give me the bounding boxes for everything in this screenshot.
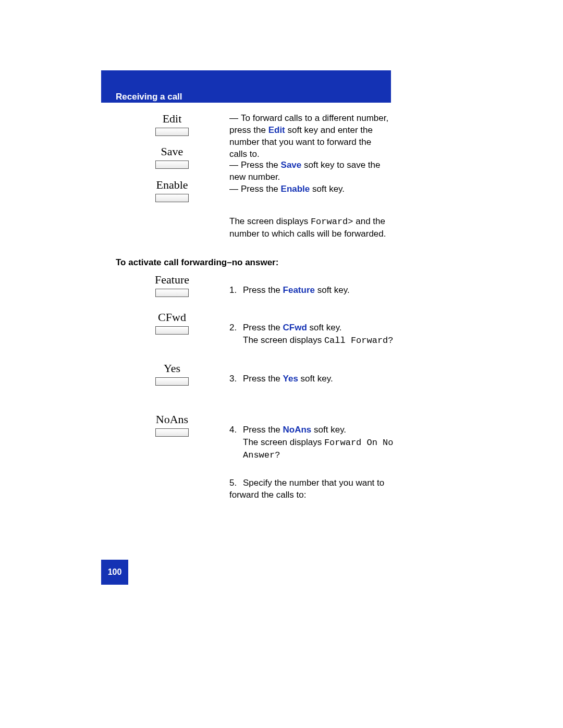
bullet-enable-post: soft key. [310, 184, 345, 194]
step-4: 4.Press the NoAns soft key. [229, 424, 391, 436]
step-3-num: 3. [229, 373, 243, 385]
step-1-num: 1. [229, 285, 243, 297]
softkey-edit-box [155, 128, 189, 136]
manual-page: Receiving a call Edit Save Enable —To fo… [0, 0, 563, 728]
softkey-cfwd: CFwd [151, 311, 193, 335]
softkey-yes-box [155, 377, 189, 386]
step-1: 1.Press the Feature soft key. [229, 285, 391, 297]
bullet-enable-key: Enable [281, 184, 310, 194]
step-3: 3.Press the Yes soft key. [229, 373, 391, 385]
step-4-num: 4. [229, 424, 243, 436]
softkey-cfwd-box [155, 326, 189, 335]
header-title: Receiving a call [116, 92, 182, 102]
bullet-edit: —To forward calls to a different number,… [229, 113, 391, 161]
step-4-pre: Press the [243, 425, 283, 435]
screen-note: The screen displays Forward> and the num… [229, 216, 396, 240]
bullet-save-pre: Press the [241, 160, 281, 170]
bullet-save-key: Save [281, 160, 302, 170]
bullet-enable: —Press the Enable soft key. [229, 183, 391, 195]
softkey-feature-label: Feature [151, 273, 193, 287]
step-2-screen: The screen displays Call Forward? [243, 335, 399, 347]
step-1-post: soft key. [315, 285, 350, 295]
page-number-box: 100 [101, 560, 128, 585]
step-3-pre: Press the [243, 374, 283, 384]
bullet-enable-pre: Press the [241, 184, 281, 194]
softkey-feature-box [155, 289, 189, 297]
screen-note-pre: The screen displays [229, 216, 311, 226]
softkey-cfwd-label: CFwd [151, 311, 193, 324]
step-5-text: Specify the number that you want to forw… [229, 478, 384, 500]
softkey-noans-label: NoAns [151, 413, 193, 426]
step-2-screen-pre: The screen displays [243, 335, 324, 345]
softkey-yes: Yes [151, 362, 193, 386]
step-3-key: Yes [283, 374, 298, 384]
softkey-noans: NoAns [151, 413, 193, 437]
step-2-screen-code: Call Forward? [324, 336, 394, 346]
step-2-post: soft key. [307, 323, 342, 332]
step-3-post: soft key. [298, 374, 333, 384]
section-title: To activate call forwarding–no answer: [116, 257, 278, 268]
softkey-save-label: Save [151, 145, 193, 158]
softkey-enable: Enable [151, 178, 193, 202]
softkey-noans-box [155, 428, 189, 437]
softkey-save-box [155, 161, 189, 169]
step-4-screen: The screen displays Forward On No Answer… [243, 437, 394, 462]
softkey-save: Save [151, 145, 193, 169]
screen-note-code: Forward> [311, 217, 353, 227]
step-2-key: CFwd [283, 323, 307, 332]
softkey-enable-label: Enable [151, 178, 193, 192]
softkey-yes-label: Yes [151, 362, 193, 375]
step-4-post: soft key. [311, 425, 346, 435]
step-1-key: Feature [283, 285, 315, 295]
softkey-edit-label: Edit [151, 112, 193, 126]
softkey-enable-box [155, 194, 189, 202]
bullet-save: —Press the Save soft key to save the new… [229, 159, 391, 183]
step-1-pre: Press the [243, 285, 283, 295]
step-2-num: 2. [229, 322, 243, 334]
bullet-edit-key: Edit [268, 125, 285, 135]
step-4-screen-pre: The screen displays [243, 437, 324, 447]
step-5: 5.Specify the number that you want to fo… [229, 477, 391, 501]
step-5-num: 5. [229, 477, 243, 489]
step-4-key: NoAns [283, 425, 312, 435]
page-number: 100 [108, 567, 122, 577]
softkey-edit: Edit [151, 112, 193, 136]
step-2-pre: Press the [243, 323, 283, 332]
softkey-feature: Feature [151, 273, 193, 297]
step-2: 2.Press the CFwd soft key. [229, 322, 391, 334]
